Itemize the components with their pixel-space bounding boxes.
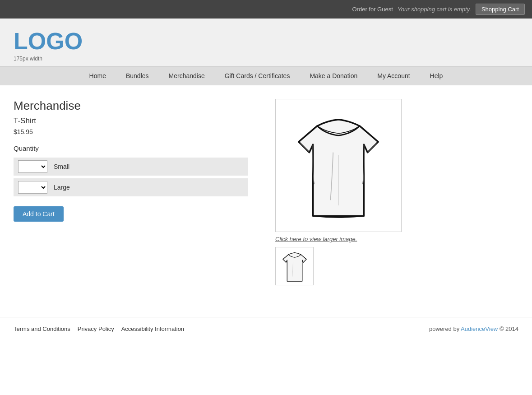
- nav-donation[interactable]: Make a Donation: [300, 67, 367, 85]
- accessibility-link[interactable]: Accessibility Information: [121, 325, 184, 332]
- footer-links: Terms and Conditions Privacy Policy Acce…: [14, 325, 184, 332]
- page-title: Merchandise: [14, 99, 257, 113]
- product-thumbnail[interactable]: [275, 247, 314, 285]
- product-image: [275, 99, 402, 232]
- nav-my-account[interactable]: My Account: [367, 67, 420, 85]
- footer: Terms and Conditions Privacy Policy Acce…: [0, 317, 532, 340]
- header: LOGO 175px width: [0, 19, 532, 66]
- footer-right: powered by AudienceView © 2014: [429, 325, 518, 332]
- tshirt-thumbnail-svg: [278, 248, 311, 284]
- quantity-select-large[interactable]: 1 2 3: [18, 181, 47, 194]
- product-name: T-Shirt: [14, 116, 257, 125]
- nav-home[interactable]: Home: [79, 67, 116, 85]
- nav-gift-cards[interactable]: Gift Cards / Certificates: [215, 67, 300, 85]
- logo-width-label: 175px width: [14, 56, 42, 62]
- product-price: $15.95: [14, 128, 257, 135]
- size-label-small: Small: [54, 163, 69, 170]
- privacy-link[interactable]: Privacy Policy: [78, 325, 114, 332]
- nav-help[interactable]: Help: [420, 67, 453, 85]
- quantity-row-small: 1 2 3 Small: [14, 158, 248, 176]
- logo: LOGO: [14, 28, 83, 55]
- quantity-label: Quantity: [14, 144, 257, 152]
- order-for-label: Order for Guest: [352, 6, 393, 13]
- main-content: Merchandise T-Shirt $15.95 Quantity 1 2 …: [0, 85, 532, 299]
- tshirt-svg: [284, 105, 393, 227]
- right-panel: Click here to view larger image.: [275, 99, 518, 285]
- audienceview-link[interactable]: AudienceView: [461, 325, 498, 332]
- shopping-cart-button[interactable]: Shopping Cart: [476, 4, 525, 15]
- cart-empty-text: Your shopping cart is empty.: [398, 6, 471, 13]
- nav-bundles[interactable]: Bundles: [116, 67, 159, 85]
- view-larger-link[interactable]: Click here to view larger image.: [275, 236, 518, 242]
- left-panel: Merchandise T-Shirt $15.95 Quantity 1 2 …: [14, 99, 257, 285]
- add-to-cart-button[interactable]: Add to Cart: [14, 206, 64, 222]
- nav-merchandise[interactable]: Merchandise: [159, 67, 215, 85]
- powered-by-text: powered by: [429, 325, 459, 332]
- quantity-row-large: 1 2 3 Large: [14, 178, 248, 196]
- quantity-select-small[interactable]: 1 2 3: [18, 160, 47, 173]
- top-bar: Order for Guest Your shopping cart is em…: [0, 0, 532, 19]
- size-label-large: Large: [54, 184, 70, 191]
- navigation: Home Bundles Merchandise Gift Cards / Ce…: [0, 66, 532, 85]
- terms-link[interactable]: Terms and Conditions: [14, 325, 70, 332]
- copyright-text: © 2014: [500, 325, 518, 332]
